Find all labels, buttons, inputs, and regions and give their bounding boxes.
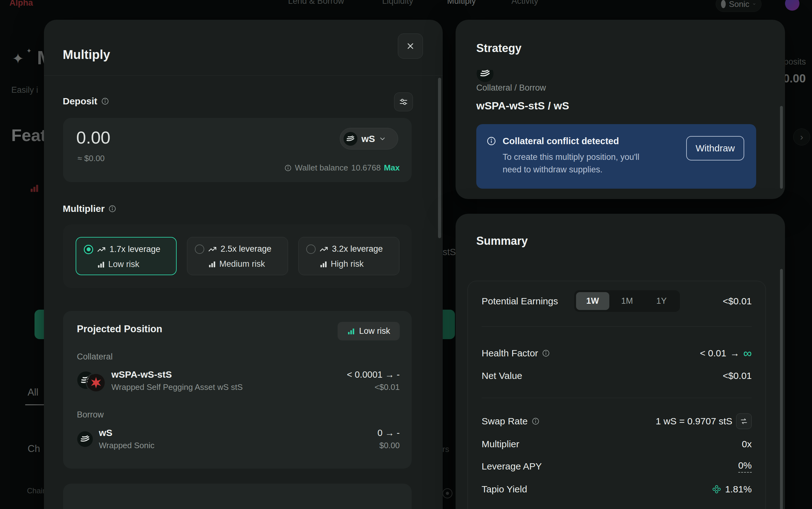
tapio-token-icon — [87, 374, 105, 392]
pair-label: Collateral / Borrow — [476, 83, 546, 93]
close-icon — [406, 41, 415, 51]
collateral-group-label: Collateral — [77, 352, 113, 362]
wallet-balance-label: Wallet balance — [295, 163, 348, 173]
trend-up-icon — [97, 245, 106, 254]
earnings-period-toggle: 1W 1M 1Y — [574, 290, 680, 312]
alert-body-line2: need to withdraw supplies. — [503, 165, 602, 175]
max-button[interactable]: Max — [384, 163, 400, 173]
projected-position-card: Projected Position Low risk Collateral — [63, 311, 412, 469]
ws-token-icon — [343, 132, 358, 146]
leverage-label: 3.2x leverage — [332, 244, 383, 254]
risk-label: High risk — [331, 259, 364, 269]
trend-up-icon — [319, 245, 328, 253]
multiplier-label: Multiplier — [481, 439, 519, 449]
chevron-down-icon — [379, 135, 386, 143]
period-1y[interactable]: 1Y — [645, 292, 678, 310]
radio-icon — [195, 244, 204, 254]
next-section-card-partial — [63, 484, 412, 509]
projected-position-title: Projected Position — [77, 324, 162, 335]
tapio-flower-icon — [712, 484, 721, 494]
leverage-label: 2.5x leverage — [221, 244, 272, 254]
alert-body-line1: To create this multiply position, you'll — [503, 152, 639, 162]
tapio-yield-row: Tapio Yield 1.81% — [481, 482, 752, 497]
collateral-asset-name: wSPA-wS-stS — [112, 369, 243, 380]
potential-earnings-label: Potential Earnings — [481, 296, 558, 307]
health-factor-from: < 0.01 — [700, 348, 726, 359]
multiplier-value: 0x — [742, 439, 752, 449]
risk-badge: Low risk — [338, 322, 400, 340]
deposit-usd-value: ≈ $0.00 — [77, 154, 105, 163]
risk-bars-icon — [97, 261, 105, 269]
strategy-scrollbar[interactable] — [780, 106, 783, 189]
period-1w[interactable]: 1W — [576, 292, 609, 310]
info-icon — [284, 164, 292, 172]
swap-rate-label: Swap Rate — [481, 416, 528, 427]
risk-bars-icon — [208, 260, 216, 268]
info-icon[interactable] — [108, 205, 116, 213]
info-icon[interactable] — [542, 349, 550, 357]
leverage-apy-row: Leverage APY 0% — [481, 459, 752, 474]
collateral-asset-description: Wrapped Self Pegging Asset wS stS — [112, 382, 243, 392]
leverage-options-group: 1.7x leverage Low risk 2.5x leverag — [63, 225, 412, 288]
trend-up-icon — [208, 245, 217, 253]
leverage-option-3-2x[interactable]: 3.2x leverage High risk — [299, 237, 399, 275]
health-factor-row: Health Factor < 0.01 → ∞ — [481, 346, 752, 361]
summary-details-card: Potential Earnings <$0.01 1W 1M 1Y Healt… — [468, 281, 766, 509]
potential-earnings-value: <$0.01 — [723, 296, 752, 307]
net-value-value: <$0.01 — [723, 370, 752, 381]
leverage-apy-value: 0% — [738, 460, 752, 473]
swap-rate-value: 1 wS = 0.9707 stS — [656, 416, 732, 427]
multiply-modal: Multiply Deposit 0.00 ≈ — [44, 20, 443, 509]
risk-bars-icon — [347, 327, 355, 335]
borrow-asset-description: Wrapped Sonic — [99, 441, 154, 450]
close-button[interactable] — [398, 34, 423, 59]
risk-label: Medium risk — [219, 259, 265, 269]
deposit-amount-input[interactable]: 0.00 — [76, 127, 111, 148]
strategy-title: Strategy — [476, 42, 522, 55]
swap-direction-button[interactable] — [736, 413, 752, 429]
multiplier-section-label: Multiplier — [63, 203, 116, 214]
collateral-usd-value: <$0.01 — [347, 382, 400, 392]
deposit-section-label: Deposit — [63, 96, 109, 107]
arrow-icon: → — [730, 348, 740, 359]
risk-badge-label: Low risk — [359, 326, 390, 336]
modal-title: Multiply — [63, 48, 110, 62]
collateral-conflict-alert: Collateral conflict detected To create t… — [476, 124, 756, 189]
collateral-asset-row: wSPA-wS-stS Wrapped Self Pegging Asset w… — [77, 369, 400, 392]
collateral-amount-change: < 0.0001 → - — [347, 370, 400, 380]
tapio-yield-label: Tapio Yield — [481, 484, 527, 495]
risk-label: Low risk — [108, 260, 139, 269]
leverage-option-2-5x[interactable]: 2.5x leverage Medium risk — [187, 237, 288, 275]
deposit-input-card: 0.00 ≈ $0.00 wS Wallet balance 10.6768 — [63, 118, 412, 182]
selected-token: wS — [362, 134, 375, 144]
health-factor-to-infinity: ∞ — [743, 347, 752, 359]
info-icon[interactable] — [531, 417, 540, 425]
summary-panel: Summary Potential Earnings <$0.01 1W 1M … — [456, 214, 785, 509]
token-selector[interactable]: wS — [340, 128, 398, 149]
slippage-settings-button[interactable] — [394, 93, 413, 111]
health-factor-label: Health Factor — [481, 348, 538, 359]
wallet-balance-value: 10.6768 — [351, 163, 381, 173]
multiplier-row: Multiplier 0x — [481, 437, 752, 452]
strategy-token-icon-partial — [476, 70, 495, 84]
summary-scrollbar[interactable] — [780, 269, 783, 509]
period-1m[interactable]: 1M — [611, 292, 644, 310]
summary-title: Summary — [476, 234, 528, 248]
alert-title: Collateral conflict detected — [503, 136, 619, 146]
leverage-apy-label: Leverage APY — [481, 461, 542, 472]
strategy-panel: Strategy Collateral / Borrow wSPA-wS-stS… — [456, 20, 785, 199]
sliders-icon — [399, 97, 408, 107]
modal-scrollbar[interactable] — [438, 78, 441, 238]
wallet-balance-row: Wallet balance 10.6768 Max — [284, 163, 400, 173]
net-value-label: Net Value — [481, 370, 522, 381]
tapio-yield-value: 1.81% — [725, 484, 752, 495]
ws-token-icon — [476, 70, 494, 82]
borrow-asset-name: wS — [99, 428, 154, 438]
leverage-label: 1.7x leverage — [110, 244, 160, 254]
info-icon[interactable] — [101, 97, 109, 105]
divider — [481, 398, 752, 398]
header-divider — [44, 75, 443, 75]
leverage-option-1-7x[interactable]: 1.7x leverage Low risk — [75, 237, 177, 275]
borrow-group-label: Borrow — [77, 410, 104, 420]
withdraw-button[interactable]: Withdraw — [686, 136, 744, 161]
